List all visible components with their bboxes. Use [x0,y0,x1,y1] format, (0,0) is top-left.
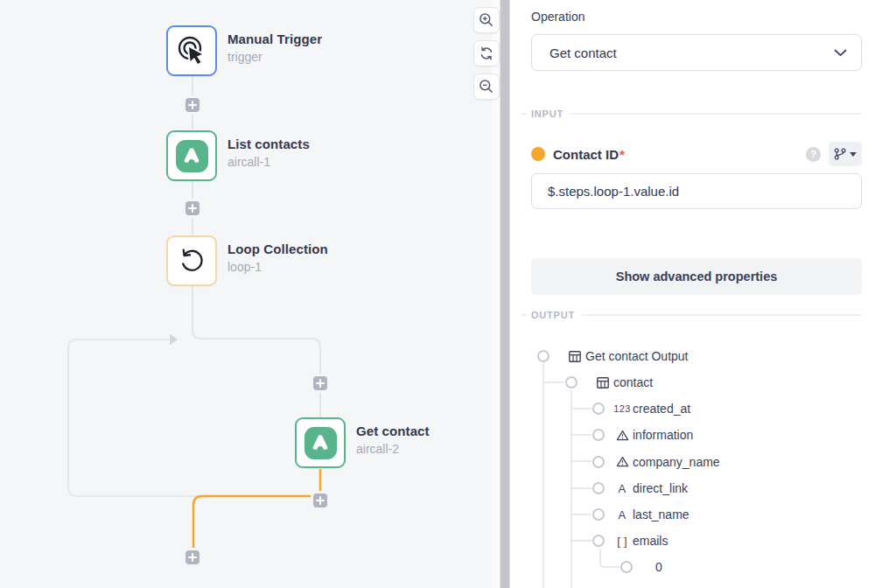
node-label-loop-collection: Loop Collection loop-1 [228,242,328,274]
tree-node-get-contact-output[interactable]: Get contact Output [510,343,875,369]
tree-node-emails-item-0[interactable]: 0 [510,554,875,580]
node-list-contacts[interactable] [166,130,217,181]
node-subtitle: aircall-1 [228,155,310,169]
add-step-button[interactable] [186,550,200,564]
manual-trigger-icon [176,35,207,66]
aircall-icon [176,140,208,172]
refresh-icon [479,46,494,61]
object-type-icon [592,377,613,388]
tree-toggle-icon[interactable] [565,376,578,388]
warning-type-icon [612,456,633,467]
tree-node-label: contact [613,375,653,389]
add-step-button[interactable] [186,98,200,112]
node-title: Loop Collection [228,242,328,256]
node-get-contact[interactable] [295,417,346,468]
node-title: Manual Trigger [228,32,322,46]
add-step-button[interactable] [313,376,327,390]
refresh-view-button[interactable] [473,40,500,66]
tree-toggle-icon[interactable] [592,508,605,521]
node-loop-collection[interactable] [166,235,217,286]
zoom-in-button[interactable] [473,7,500,33]
output-tree: Get contact Output contact 123 creat [510,343,875,580]
connector-lines [0,0,500,588]
tree-toggle-icon[interactable] [592,456,605,468]
zoom-out-icon [479,79,494,94]
tree-toggle-icon[interactable] [592,429,605,441]
tree-toggle-icon[interactable] [620,561,633,573]
tree-node-direct-link[interactable]: A direct_link [510,475,875,501]
string-type-icon: A [612,508,633,522]
tree-node-information[interactable]: information [510,422,875,448]
tree-node-label: last_name [633,508,690,522]
aircall-icon [304,427,337,459]
node-label-manual-trigger: Manual Trigger trigger [228,32,322,64]
tree-toggle-icon[interactable] [592,402,605,415]
node-label-list-contacts: List contacts aircall-1 [228,136,310,169]
tree-node-label: direct_link [633,481,688,495]
node-subtitle: trigger [228,50,322,64]
tree-toggle-icon[interactable] [592,535,605,547]
tree-toggle-icon[interactable] [592,482,605,494]
node-title: List contacts [228,136,310,151]
add-step-button[interactable] [186,201,200,215]
tree-node-label: Get contact Output [585,349,689,363]
loop-icon [177,246,206,276]
zoom-in-icon [479,12,494,28]
tree-node-last-name[interactable]: A last_name [510,501,875,528]
tree-node-label: emails [633,534,668,548]
tree-node-label: 0 [655,560,662,574]
node-title: Get contact [356,424,430,438]
tree-node-created-at[interactable]: 123 created_at [510,396,875,422]
zoom-out-button[interactable] [473,74,500,100]
panel-divider[interactable] [500,0,510,588]
tree-node-label: information [633,428,693,442]
node-manual-trigger[interactable] [166,25,217,76]
warning-type-icon [612,430,633,441]
node-subtitle: aircall-2 [356,442,430,456]
step-config-panel: Operation Get contact INPUT Contact ID *… [510,0,875,588]
canvas-toolbar [473,7,500,100]
array-type-icon: [ ] [612,535,633,548]
string-type-icon: A [612,482,633,495]
tree-node-company-name[interactable]: company_name [510,448,875,475]
add-step-button[interactable] [313,494,327,508]
object-type-icon [564,351,585,362]
tree-toggle-icon[interactable] [537,350,550,362]
tree-node-label: created_at [633,402,690,416]
node-label-get-contact: Get contact aircall-2 [356,424,430,456]
number-type-icon: 123 [612,403,633,414]
tree-node-label: company_name [633,455,720,469]
workflow-builder: Manual Trigger trigger List contacts air… [0,0,875,588]
tree-node-emails[interactable]: [ ] emails [510,528,875,554]
node-subtitle: loop-1 [228,260,328,274]
tree-node-contact[interactable]: contact [510,369,875,396]
